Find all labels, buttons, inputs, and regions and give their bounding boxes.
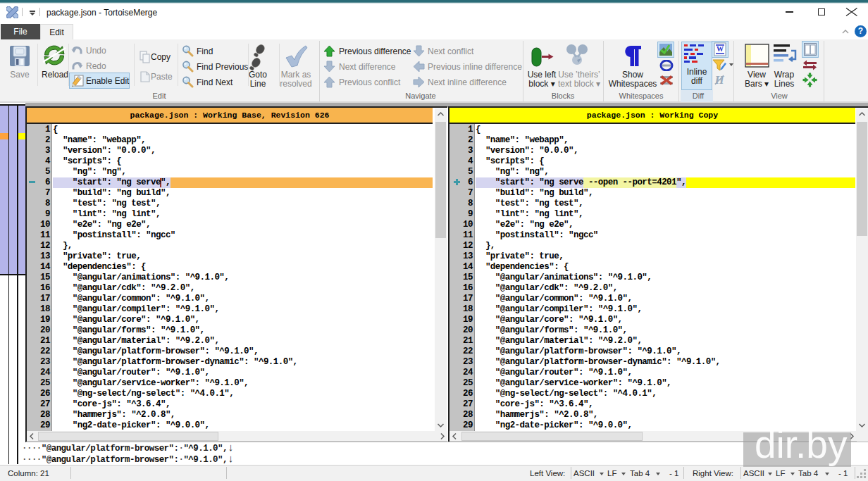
svg-text:W: W xyxy=(717,45,724,53)
